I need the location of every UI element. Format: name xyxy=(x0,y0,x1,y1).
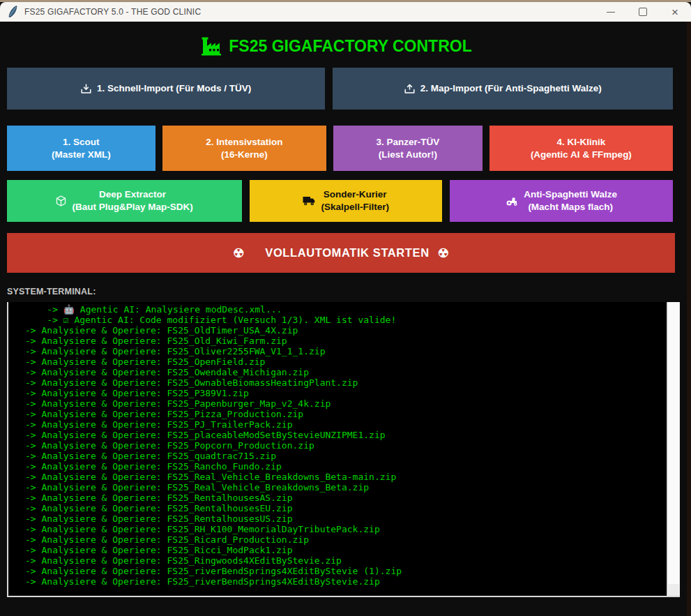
page-title: FS25 GIGAFACTORY CONTROL xyxy=(229,37,471,56)
terminal-line: -> Analysiere & Operiere: FS25_RH_K100_M… xyxy=(25,524,664,534)
panzer-tuev-label-2: (Liest Autor!) xyxy=(377,149,440,161)
system-terminal: -> 🤖 Agentic AI: Analysiere modDesc.xml.… xyxy=(7,302,680,597)
sonder-kurier-button[interactable]: Sonder-Kurier(Skalpell-Filter) xyxy=(250,180,442,222)
terminal-line: -> Analysiere & Operiere: FS25_Oliver225… xyxy=(25,346,664,356)
terminal-line: -> Analysiere & Operiere: FS25_quadtrac7… xyxy=(25,451,664,461)
panzer-tuev-button[interactable]: 3. Panzer-TÜV(Liest Autor!) xyxy=(333,126,483,171)
sonder-kurier-label-1: Sonder-Kurier xyxy=(321,188,389,201)
ki-klinik-button[interactable]: 4. KI-Klinik(Agentic AI & FFmpeg) xyxy=(489,126,673,171)
maximize-button[interactable] xyxy=(627,2,659,22)
terminal-line: -> Analysiere & Operiere: FS25_Rancho_Fu… xyxy=(25,461,664,472)
close-button[interactable]: × xyxy=(659,2,691,22)
vollautomatik-label: VOLLAUTOMATIK STARTEN xyxy=(265,246,429,260)
terminal-line: -> Analysiere & Operiere: FS25_Popcorn_P… xyxy=(25,440,664,451)
terminal-line: -> Analysiere & Operiere: FS25_Real_Vehi… xyxy=(25,482,664,493)
terminal-line: -> Analysiere & Operiere: FS25_riverBend… xyxy=(25,576,664,587)
schnell-import-button[interactable]: 1. Schnell-Import (Für Mods / TÜV) xyxy=(7,68,325,110)
window-right-edge xyxy=(687,22,691,616)
maximize-icon xyxy=(639,8,647,16)
ki-klinik-label-2: (Agentic AI & FFmpeg) xyxy=(531,149,632,161)
truck-icon xyxy=(303,196,315,206)
terminal-label: SYSTEM-TERMINAL: xyxy=(7,287,96,296)
terminal-line: -> Analysiere & Operiere: FS25_Pizza_Pro… xyxy=(25,409,664,419)
minimize-button[interactable] xyxy=(595,2,627,22)
close-icon: × xyxy=(671,6,678,18)
terminal-line: -> Analysiere & Operiere: FS25_OldTimer_… xyxy=(25,325,664,336)
terminal-scrollbar[interactable] xyxy=(667,302,680,596)
terminal-line: -> Analysiere & Operiere: FS25_Papenburg… xyxy=(25,398,664,409)
terminal-line: -> Analysiere & Operiere: FS25_Ringwoods… xyxy=(25,555,664,566)
terminal-line: -> Analysiere & Operiere: FS25_OpenField… xyxy=(25,356,664,367)
terminal-line: -> Analysiere & Operiere: FS25_Owendale_… xyxy=(25,367,664,377)
ki-klinik-label-1: 4. KI-Klinik xyxy=(531,136,632,149)
schnell-import-label: 1. Schnell-Import (Für Mods / TÜV) xyxy=(97,82,251,95)
tractor-icon xyxy=(506,196,518,206)
map-import-button[interactable]: 2. Map-Import (Für Anti-Spaghetti Walze) xyxy=(333,68,673,110)
terminal-line: -> Analysiere & Operiere: FS25_Old_Kiwi_… xyxy=(25,336,664,346)
deep-extractor-label-2: (Baut Plug&Play Map-SDK) xyxy=(72,201,192,213)
intensivstation-label-2: (16-Kerne) xyxy=(206,149,282,161)
terminal-line: -> Analysiere & Operiere: FS25_Rentalhou… xyxy=(25,493,664,503)
terminal-scrollbar-thumb[interactable] xyxy=(668,302,679,584)
app-header: FS25 GIGAFACTORY CONTROL xyxy=(0,32,673,60)
outbox-tray-icon xyxy=(404,84,415,94)
package-icon xyxy=(56,195,66,206)
terminal-line: -> Analysiere & Operiere: FS25_Real_Vehi… xyxy=(25,472,664,482)
map-import-label: 2. Map-Import (Für Anti-Spaghetti Walze) xyxy=(420,82,602,95)
vollautomatik-button[interactable]: ☢ VOLLAUTOMATIK STARTEN ☢ xyxy=(7,233,675,273)
titlebar[interactable]: FS25 GIGAFACTORY 5.0 - THE GOD CLINIC × xyxy=(0,2,691,22)
scout-label-2: (Master XML) xyxy=(52,149,111,161)
terminal-line: -> Analysiere & Operiere: FS25_Ricci_Mod… xyxy=(25,545,664,555)
panzer-tuev-label-1: 3. Panzer-TÜV xyxy=(377,136,440,149)
terminal-line: -> Analysiere & Operiere: FS25_PJ_Traile… xyxy=(25,419,664,430)
minimize-icon xyxy=(607,12,615,13)
anti-spaghetti-walze-label-1: Anti-Spaghetti Walze xyxy=(524,188,617,201)
terminal-line: -> 🤖 Agentic AI: Analysiere modDesc.xml.… xyxy=(25,304,664,315)
intensivstation-button[interactable]: 2. Intensivstation(16-Kerne) xyxy=(162,126,327,171)
terminal-line: -> Analysiere & Operiere: FS25_Rentalhou… xyxy=(25,503,664,513)
scout-label-1: 1. Scout xyxy=(52,136,111,149)
terminal-output[interactable]: -> 🤖 Agentic AI: Analysiere modDesc.xml.… xyxy=(8,302,667,596)
import-row: 1. Schnell-Import (Für Mods / TÜV) 2. Ma… xyxy=(7,68,673,110)
terminal-line: -> Analysiere & Operiere: FS25_Ricard_Pr… xyxy=(25,534,664,545)
anti-spaghetti-walze-label-2: (Macht Maps flach) xyxy=(524,201,617,213)
intensivstation-label-1: 2. Intensivstation xyxy=(206,136,282,149)
terminal-line: -> ☑ Agentic AI: Code modifiziert (Versu… xyxy=(25,315,664,325)
inbox-tray-icon xyxy=(81,84,91,94)
terminal-line: -> Analysiere & Operiere: FS25_OwnableBi… xyxy=(25,377,664,388)
stage-row: 1. Scout(Master XML) 2. Intensivstation(… xyxy=(7,126,673,171)
terminal-line: -> Analysiere & Operiere: FS25_riverBend… xyxy=(25,566,664,576)
radioactive-icon: ☢ xyxy=(438,246,449,261)
terminal-line: -> Analysiere & Operiere: FS25_Rentalhou… xyxy=(25,513,664,524)
terminal-line: -> Analysiere & Operiere: FS25_P389V1.zi… xyxy=(25,388,664,398)
radioactive-icon: ☢ xyxy=(233,246,244,261)
feather-app-icon xyxy=(8,6,18,18)
factory-icon xyxy=(201,37,222,56)
sonder-kurier-label-2: (Skalpell-Filter) xyxy=(321,201,389,213)
deep-extractor-label-1: Deep Extractor xyxy=(72,188,192,201)
scout-button[interactable]: 1. Scout(Master XML) xyxy=(7,126,155,171)
anti-spaghetti-walze-button[interactable]: Anti-Spaghetti Walze(Macht Maps flach) xyxy=(450,180,673,222)
terminal-line: -> Analysiere & Operiere: FS25_placeable… xyxy=(25,430,664,440)
tool-row: Deep Extractor(Baut Plug&Play Map-SDK) S… xyxy=(7,180,673,222)
window-title: FS25 GIGAFACTORY 5.0 - THE GOD CLINIC xyxy=(24,7,201,17)
deep-extractor-button[interactable]: Deep Extractor(Baut Plug&Play Map-SDK) xyxy=(7,180,242,222)
